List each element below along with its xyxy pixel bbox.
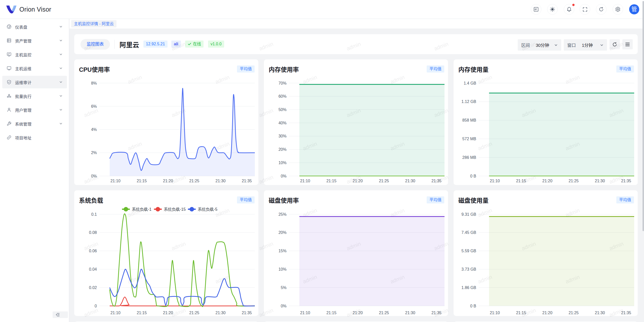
svg-text:系统负载-1: 系统负载-1 [132,207,151,211]
svg-text:5%: 5% [281,285,287,290]
svg-text:0%: 0% [91,174,97,178]
svg-text:0: 0 [95,304,97,308]
svg-text:6%: 6% [91,104,97,109]
svg-text:21:15: 21:15 [326,311,336,315]
svg-text:21:35: 21:35 [621,311,631,315]
svg-text:7.45 GB: 7.45 GB [461,230,476,235]
svg-text:572 MB: 572 MB [462,137,476,141]
svg-text:21:35: 21:35 [431,179,441,183]
svg-text:2%: 2% [91,151,97,155]
svg-text:40%: 40% [278,121,287,125]
svg-text:21:25: 21:25 [379,179,389,183]
svg-text:21:30: 21:30 [595,179,605,183]
svg-text:21:30: 21:30 [595,311,605,315]
svg-text:21:15: 21:15 [516,179,526,183]
svg-text:21:25: 21:25 [189,311,199,315]
svg-text:21:30: 21:30 [405,311,415,315]
svg-text:1.4 GB: 1.4 GB [464,81,476,85]
svg-text:21:25: 21:25 [189,179,199,183]
svg-text:21:10: 21:10 [110,311,120,315]
svg-text:0.1: 0.1 [91,212,97,217]
svg-text:1.86 GB: 1.86 GB [461,285,476,290]
svg-text:21:30: 21:30 [216,179,226,183]
svg-text:21:30: 21:30 [216,311,226,315]
svg-text:21:20: 21:20 [542,179,552,183]
svg-text:0.06: 0.06 [89,249,97,253]
svg-text:0 B: 0 B [470,304,476,308]
svg-text:8%: 8% [91,81,97,85]
svg-text:21:35: 21:35 [431,311,441,315]
svg-text:1.12 GB: 1.12 GB [461,99,476,104]
svg-text:0%: 0% [281,304,287,308]
svg-text:0.08: 0.08 [89,230,97,235]
svg-text:286 MB: 286 MB [462,155,476,160]
svg-text:0.02: 0.02 [89,285,97,290]
svg-text:21:10: 21:10 [300,179,310,183]
svg-text:20%: 20% [278,230,287,235]
svg-text:60%: 60% [278,94,287,98]
svg-text:0%: 0% [281,174,287,178]
svg-text:21:25: 21:25 [379,311,389,315]
svg-text:21:10: 21:10 [490,179,500,183]
svg-text:10%: 10% [278,161,287,165]
svg-text:10%: 10% [278,267,287,271]
svg-text:21:10: 21:10 [490,311,500,315]
svg-text:21:10: 21:10 [110,179,120,183]
svg-text:21:15: 21:15 [137,311,147,315]
svg-text:21:15: 21:15 [137,179,147,183]
svg-text:21:35: 21:35 [621,179,631,183]
svg-text:9.31 GB: 9.31 GB [461,212,476,217]
svg-text:0.04: 0.04 [89,267,97,271]
svg-text:21:30: 21:30 [405,179,415,183]
svg-text:21:20: 21:20 [163,179,173,183]
svg-text:30%: 30% [278,134,287,138]
svg-text:系统负载-15: 系统负载-15 [164,207,186,211]
svg-text:5.59 GB: 5.59 GB [461,249,476,253]
svg-text:系统负载-5: 系统负载-5 [198,207,217,211]
svg-text:20%: 20% [278,147,287,152]
svg-text:21:35: 21:35 [242,311,252,315]
svg-text:21:20: 21:20 [353,311,363,315]
svg-text:21:10: 21:10 [300,311,310,315]
svg-text:21:20: 21:20 [163,311,173,315]
svg-text:4%: 4% [91,127,97,132]
svg-text:3.73 GB: 3.73 GB [461,267,476,271]
svg-text:21:15: 21:15 [326,179,336,183]
svg-text:858 MB: 858 MB [462,118,476,122]
svg-text:21:20: 21:20 [353,179,363,183]
svg-text:0 B: 0 B [470,174,476,178]
svg-text:21:35: 21:35 [242,179,252,183]
svg-text:70%: 70% [278,81,287,85]
svg-text:21:20: 21:20 [542,311,552,315]
svg-text:25%: 25% [278,212,287,217]
svg-text:21:25: 21:25 [569,311,579,315]
svg-text:21:15: 21:15 [516,311,526,315]
svg-text:21:25: 21:25 [569,179,579,183]
svg-text:15%: 15% [278,249,287,253]
svg-text:50%: 50% [278,108,287,112]
